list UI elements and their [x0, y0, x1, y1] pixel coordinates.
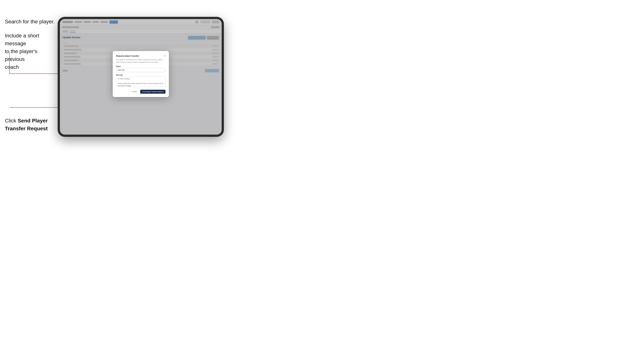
modal-description: If the player is transferring from anoth… — [116, 59, 166, 63]
modal-actions: Cancel Send Player Transfer Request — [116, 90, 166, 94]
message-field-label: Message — [116, 74, 166, 76]
annotation-search: Search for the player. — [5, 18, 55, 26]
annotation-search-vertical-arrow — [9, 52, 10, 74]
modal-title: Request player transfer — [116, 55, 139, 57]
modal-player-field: Player — [116, 65, 166, 72]
tablet-screen: Update Roster Name — [60, 19, 222, 135]
tablet-device: Update Roster Name — [58, 17, 224, 137]
modal-close-button[interactable]: × — [164, 54, 166, 57]
modal-message-field: Message Hi Coach McHarg, Please accept t… — [116, 74, 166, 87]
annotation-message: Include a short messageto the player's p… — [5, 32, 56, 71]
player-field-label: Player — [116, 65, 166, 67]
cancel-button[interactable]: Cancel — [130, 90, 138, 93]
annotation-click: Click Send Player Transfer Request — [5, 117, 57, 133]
modal-header: Request player transfer × — [116, 54, 166, 57]
request-transfer-modal: Request player transfer × If the player … — [113, 51, 169, 97]
send-transfer-request-button[interactable]: Send Player Transfer Request — [140, 90, 166, 94]
player-input[interactable] — [116, 68, 166, 72]
modal-overlay: Request player transfer × If the player … — [60, 19, 222, 135]
message-textarea[interactable]: Hi Coach McHarg, Please accept this tran… — [116, 77, 166, 87]
